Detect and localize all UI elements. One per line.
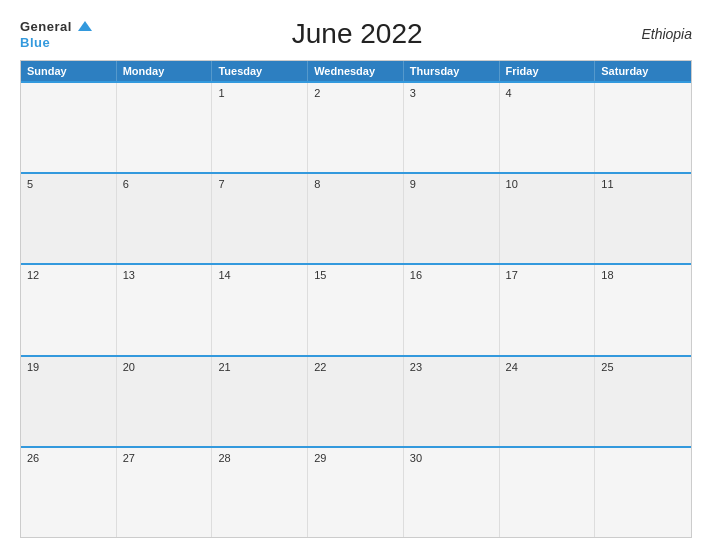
week-row-2: 567891011 (21, 172, 691, 263)
header: General Blue June 2022 Ethiopia (20, 18, 692, 50)
day-number: 2 (314, 87, 320, 99)
day-cell: 28 (212, 448, 308, 537)
day-number: 16 (410, 269, 422, 281)
day-cell (21, 83, 117, 172)
day-header-monday: Monday (117, 61, 213, 81)
day-header-friday: Friday (500, 61, 596, 81)
day-cell: 20 (117, 357, 213, 446)
day-cell: 19 (21, 357, 117, 446)
day-cell: 24 (500, 357, 596, 446)
day-cell: 11 (595, 174, 691, 263)
day-cell (595, 448, 691, 537)
day-cell: 26 (21, 448, 117, 537)
day-cell: 22 (308, 357, 404, 446)
logo: General Blue (20, 18, 92, 50)
day-number: 22 (314, 361, 326, 373)
day-cell: 8 (308, 174, 404, 263)
day-number: 1 (218, 87, 224, 99)
day-cell: 9 (404, 174, 500, 263)
day-header-thursday: Thursday (404, 61, 500, 81)
day-cell: 15 (308, 265, 404, 354)
day-header-wednesday: Wednesday (308, 61, 404, 81)
day-cell: 21 (212, 357, 308, 446)
day-number: 25 (601, 361, 613, 373)
day-number: 3 (410, 87, 416, 99)
day-number: 14 (218, 269, 230, 281)
day-cell: 25 (595, 357, 691, 446)
day-number: 24 (506, 361, 518, 373)
day-number: 4 (506, 87, 512, 99)
day-number: 20 (123, 361, 135, 373)
day-number: 7 (218, 178, 224, 190)
logo-general-text: General (20, 19, 72, 34)
logo-triangle-icon (78, 21, 92, 31)
day-cell: 12 (21, 265, 117, 354)
week-row-1: 1234 (21, 81, 691, 172)
calendar-title: June 2022 (92, 18, 622, 50)
week-row-5: 2627282930 (21, 446, 691, 537)
day-cell (500, 448, 596, 537)
country-label: Ethiopia (622, 26, 692, 42)
page: General Blue June 2022 Ethiopia SundayMo… (0, 0, 712, 550)
day-number: 18 (601, 269, 613, 281)
day-number: 12 (27, 269, 39, 281)
day-cell: 17 (500, 265, 596, 354)
week-row-3: 12131415161718 (21, 263, 691, 354)
day-cell: 14 (212, 265, 308, 354)
day-number: 27 (123, 452, 135, 464)
day-number: 30 (410, 452, 422, 464)
day-cell: 6 (117, 174, 213, 263)
calendar: SundayMondayTuesdayWednesdayThursdayFrid… (20, 60, 692, 538)
day-number: 29 (314, 452, 326, 464)
day-cell: 29 (308, 448, 404, 537)
day-cell (117, 83, 213, 172)
day-cell: 4 (500, 83, 596, 172)
day-number: 15 (314, 269, 326, 281)
day-cell: 3 (404, 83, 500, 172)
day-number: 10 (506, 178, 518, 190)
week-row-4: 19202122232425 (21, 355, 691, 446)
logo-line1: General (20, 18, 92, 34)
day-cell: 1 (212, 83, 308, 172)
day-number: 8 (314, 178, 320, 190)
logo-blue-text: Blue (20, 35, 50, 50)
day-headers-row: SundayMondayTuesdayWednesdayThursdayFrid… (21, 61, 691, 81)
day-cell: 5 (21, 174, 117, 263)
day-cell: 16 (404, 265, 500, 354)
day-cell: 2 (308, 83, 404, 172)
day-header-saturday: Saturday (595, 61, 691, 81)
day-number: 21 (218, 361, 230, 373)
day-number: 9 (410, 178, 416, 190)
day-cell: 10 (500, 174, 596, 263)
day-number: 5 (27, 178, 33, 190)
day-cell: 30 (404, 448, 500, 537)
day-header-tuesday: Tuesday (212, 61, 308, 81)
day-number: 6 (123, 178, 129, 190)
day-number: 19 (27, 361, 39, 373)
day-cell: 7 (212, 174, 308, 263)
day-cell: 23 (404, 357, 500, 446)
day-header-sunday: Sunday (21, 61, 117, 81)
day-cell: 27 (117, 448, 213, 537)
day-number: 23 (410, 361, 422, 373)
day-number: 11 (601, 178, 613, 190)
day-cell (595, 83, 691, 172)
day-number: 28 (218, 452, 230, 464)
day-cell: 13 (117, 265, 213, 354)
weeks-container: 1234567891011121314151617181920212223242… (21, 81, 691, 537)
day-number: 17 (506, 269, 518, 281)
day-cell: 18 (595, 265, 691, 354)
day-number: 26 (27, 452, 39, 464)
day-number: 13 (123, 269, 135, 281)
